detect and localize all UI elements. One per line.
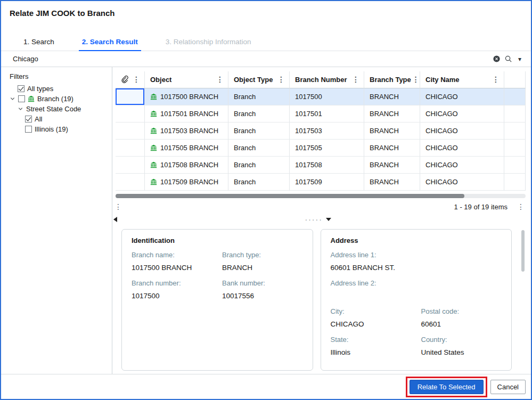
address-line2-value xyxy=(331,292,502,300)
object-type-header-cell: Object Type xyxy=(228,71,290,88)
panel-splitter[interactable] xyxy=(112,215,531,224)
branch-type-header-cell: Branch Type xyxy=(364,71,420,88)
branch-icon xyxy=(150,161,157,168)
horizontal-scrollbar[interactable] xyxy=(116,194,526,198)
branch-name-value: 1017500 BRANCH xyxy=(132,264,222,272)
overflow-cell xyxy=(504,174,526,191)
object-type-cell: Branch xyxy=(228,174,290,191)
filter-illinois[interactable]: Illinois (19) xyxy=(25,124,110,134)
table-row[interactable]: 1017503 BRANCH Branch 1017503 BRANCH CHI… xyxy=(116,123,526,140)
branch-type-column-menu-icon[interactable] xyxy=(411,76,420,84)
object-type-cell: Branch xyxy=(228,105,290,123)
illinois-label: Illinois (19) xyxy=(35,125,68,133)
search-value[interactable]: Chicago xyxy=(13,55,490,63)
collapse-left-icon[interactable] xyxy=(113,217,117,222)
branch-type-cell: BRANCH xyxy=(364,105,420,123)
row-select-cell[interactable] xyxy=(116,88,145,105)
paperclip-icon xyxy=(121,76,129,84)
results-main: Object Object Type Branch Number Branch … xyxy=(112,67,531,374)
bank-number-value: 10017556 xyxy=(222,292,303,300)
country-label: Country: xyxy=(421,336,502,344)
overflow-cell xyxy=(504,157,526,174)
branch-number-cell: 1017505 xyxy=(290,140,364,157)
filter-branch[interactable]: Branch (19) xyxy=(10,94,110,104)
search-options-caret-icon[interactable] xyxy=(514,53,526,65)
row-select-cell[interactable] xyxy=(116,157,145,174)
filter-all-types[interactable]: All types xyxy=(18,84,110,94)
all-types-checkbox[interactable] xyxy=(18,85,24,92)
city-name-cell: CHICAGO xyxy=(420,157,504,174)
row-select-cell[interactable] xyxy=(116,105,145,123)
object-type-column-menu-icon[interactable] xyxy=(276,76,286,84)
state-value: Illinois xyxy=(331,348,421,357)
vertical-scrollbar-thumb[interactable] xyxy=(521,230,525,272)
row-select-cell[interactable] xyxy=(116,140,145,157)
row-select-cell[interactable] xyxy=(116,174,145,191)
object-label: 1017508 BRANCH xyxy=(160,161,218,169)
branch-icon xyxy=(28,95,35,102)
street-state-chevron-down-icon[interactable] xyxy=(18,106,23,112)
branch-type-cell: BRANCH xyxy=(364,140,420,157)
postal-code-label: Postal code: xyxy=(421,307,502,315)
branch-number-column-menu-icon[interactable] xyxy=(351,76,361,84)
branch-chevron-down-icon[interactable] xyxy=(10,96,15,102)
filters-heading: Filters xyxy=(10,72,110,80)
object-type-header-label: Object Type xyxy=(234,76,273,84)
object-label: 1017505 BRANCH xyxy=(160,144,218,152)
object-label: 1017501 BRANCH xyxy=(160,110,218,118)
all-checkbox[interactable] xyxy=(25,116,32,123)
branch-type-cell: BRANCH xyxy=(364,157,420,174)
horizontal-scrollbar-thumb[interactable] xyxy=(116,194,464,198)
object-cell: 1017501 BRANCH xyxy=(145,105,228,123)
overflow-header-cell xyxy=(504,71,526,88)
overflow-cell xyxy=(504,123,526,140)
splitter-grip[interactable] xyxy=(305,215,331,224)
table-row[interactable]: 1017500 BRANCH Branch 1017500 BRANCH CHI… xyxy=(116,88,526,105)
filter-all[interactable]: All xyxy=(25,114,110,124)
search-input[interactable]: Chicago xyxy=(1,51,531,67)
branch-icon xyxy=(150,178,157,185)
clear-search-icon[interactable] xyxy=(490,53,502,65)
branch-checkbox[interactable] xyxy=(18,95,25,102)
branch-number-value: 1017500 xyxy=(132,292,222,300)
row-select-cell[interactable] xyxy=(116,123,145,140)
branch-number-label: Branch number: xyxy=(132,279,222,287)
city-name-cell: CHICAGO xyxy=(420,174,504,191)
branch-number-header-cell: Branch Number xyxy=(290,71,364,88)
collapse-down-icon[interactable] xyxy=(326,218,331,221)
relate-to-selected-button[interactable]: Relate To Selected xyxy=(410,380,484,394)
cancel-button[interactable]: Cancel xyxy=(490,380,526,394)
pagination-left-menu-icon[interactable] xyxy=(113,203,123,211)
object-label: 1017509 BRANCH xyxy=(160,178,218,186)
search-icon[interactable] xyxy=(502,53,514,65)
table-row[interactable]: 1017509 BRANCH Branch 1017509 BRANCH CHI… xyxy=(116,174,526,191)
table-row[interactable]: 1017508 BRANCH Branch 1017508 BRANCH CHI… xyxy=(116,157,526,174)
object-type-cell: Branch xyxy=(228,88,290,105)
pagination-right-menu-icon[interactable] xyxy=(516,203,526,211)
table-row[interactable]: 1017501 BRANCH Branch 1017501 BRANCH CHI… xyxy=(116,105,526,123)
attachment-column-menu-icon[interactable] xyxy=(132,76,141,84)
filter-street-state-code[interactable]: Street State Code xyxy=(18,104,110,114)
detail-panels: Identification Branch name: 1017500 BRAN… xyxy=(112,224,531,374)
branch-type-cell: BRANCH xyxy=(364,174,420,191)
red-annotation-box: Relate To Selected xyxy=(406,377,487,397)
address-line1-value: 60601 BRANCH ST. xyxy=(331,264,502,272)
branch-icon xyxy=(150,127,157,134)
city-name-header-label: City Name xyxy=(425,76,460,84)
object-type-cell: Branch xyxy=(228,123,290,140)
object-label: 1017503 BRANCH xyxy=(160,127,218,135)
branch-type-cell: BRANCH xyxy=(364,88,420,105)
tab-search-result[interactable]: 2. Search Result xyxy=(79,34,141,51)
branch-type-label: Branch type: xyxy=(222,251,303,259)
table-row[interactable]: 1017505 BRANCH Branch 1017505 BRANCH CHI… xyxy=(116,140,526,157)
tab-search[interactable]: 1. Search xyxy=(20,34,58,51)
table-header-row: Object Object Type Branch Number Branch … xyxy=(116,71,526,88)
address-title: Address xyxy=(331,236,502,244)
overflow-cell xyxy=(504,140,526,157)
table-body: 1017500 BRANCH Branch 1017500 BRANCH CHI… xyxy=(116,88,526,191)
branch-number-header-label: Branch Number xyxy=(295,76,347,84)
footer-bar: Relate To Selected Cancel xyxy=(1,374,531,399)
city-name-column-menu-icon[interactable] xyxy=(491,76,501,84)
illinois-checkbox[interactable] xyxy=(25,126,32,133)
object-column-menu-icon[interactable] xyxy=(215,76,225,84)
